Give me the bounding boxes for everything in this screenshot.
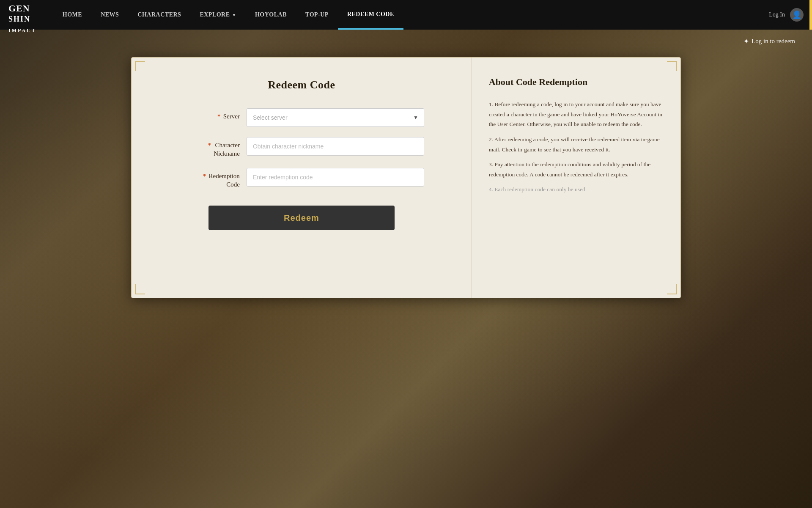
card-right-panel: About Code Redemption 1. Before redeemin…: [472, 58, 680, 298]
corner-decoration-br: [667, 284, 677, 294]
about-point-1: 1. Before redeeming a code, log in to yo…: [489, 99, 664, 129]
user-avatar[interactable]: 👤: [790, 8, 804, 22]
nav-home[interactable]: HOME: [53, 0, 91, 30]
redeem-card-title: Redeem Code: [268, 79, 335, 91]
redemption-required-mark: *: [203, 172, 206, 181]
nav-hoyolab[interactable]: HoYoLAB: [246, 0, 296, 30]
navigation: ✦ GENSHINIMPACT HOME NEWS CHARACTERS EXP…: [0, 0, 812, 30]
nav-explore[interactable]: EXPLORE ▼: [190, 0, 246, 30]
redemption-code-form-group: * RedemptionCode: [179, 168, 424, 189]
login-redeem-bar: ✦ Log in to redeem: [0, 30, 812, 53]
nav-news[interactable]: NEWS: [91, 0, 128, 30]
character-nickname-input[interactable]: [247, 137, 424, 156]
server-dropdown[interactable]: Select server Asia Europe America TW/HK/…: [247, 108, 424, 127]
about-point-2: 2. After redeeming a code, you will rece…: [489, 135, 664, 154]
logo-text: GENSHINIMPACT: [8, 3, 36, 34]
nav-right: Log In 👤: [769, 8, 804, 22]
card-left-panel: Redeem Code * Server Select server Asia …: [132, 58, 472, 298]
explore-dropdown-arrow: ▼: [232, 13, 236, 17]
login-to-redeem-button[interactable]: ✦ Log in to redeem: [743, 37, 795, 45]
nav-redeem-code[interactable]: REDEEM CODE: [338, 0, 403, 30]
corner-decoration-tr: [667, 61, 677, 71]
nav-links: HOME NEWS CHARACTERS EXPLORE ▼ HoYoLAB T…: [53, 0, 769, 30]
about-point-3: 3. Pay attention to the redemption condi…: [489, 159, 664, 179]
corner-decoration-tl: [135, 61, 145, 71]
redemption-code-input[interactable]: [247, 168, 424, 187]
avatar-icon: 👤: [792, 10, 801, 19]
about-point-4: 4. Each redemption code can only be used: [489, 184, 664, 195]
server-select-wrapper: Select server Asia Europe America TW/HK/…: [247, 108, 424, 127]
server-form-group: * Server Select server Asia Europe Ameri…: [179, 108, 424, 127]
logo[interactable]: ✦ GENSHINIMPACT: [8, 0, 36, 34]
login-link[interactable]: Log In: [769, 11, 785, 18]
server-label: * Server: [179, 108, 247, 121]
hero-background: ✦ Log in to redeem Redeem Code * Server …: [0, 30, 812, 508]
about-title: About Code Redemption: [489, 77, 664, 88]
login-redeem-label: Log in to redeem: [752, 38, 795, 45]
nav-characters[interactable]: CHARACTERS: [128, 0, 190, 30]
corner-decoration-bl: [135, 284, 145, 294]
star-icon: ✦: [743, 37, 749, 45]
nav-accent-bar: [809, 0, 812, 30]
redemption-code-label: * RedemptionCode: [179, 168, 247, 189]
character-nickname-form-group: * CharacterNickname: [179, 137, 424, 158]
about-text: 1. Before redeeming a code, log in to yo…: [489, 99, 664, 195]
redeem-card: Redeem Code * Server Select server Asia …: [131, 57, 681, 298]
redeem-button[interactable]: Redeem: [208, 206, 395, 230]
server-required-mark: *: [217, 113, 221, 121]
character-required-mark: *: [208, 141, 211, 150]
nav-top-up[interactable]: TOP-UP: [296, 0, 338, 30]
character-nickname-label: * CharacterNickname: [179, 137, 247, 158]
